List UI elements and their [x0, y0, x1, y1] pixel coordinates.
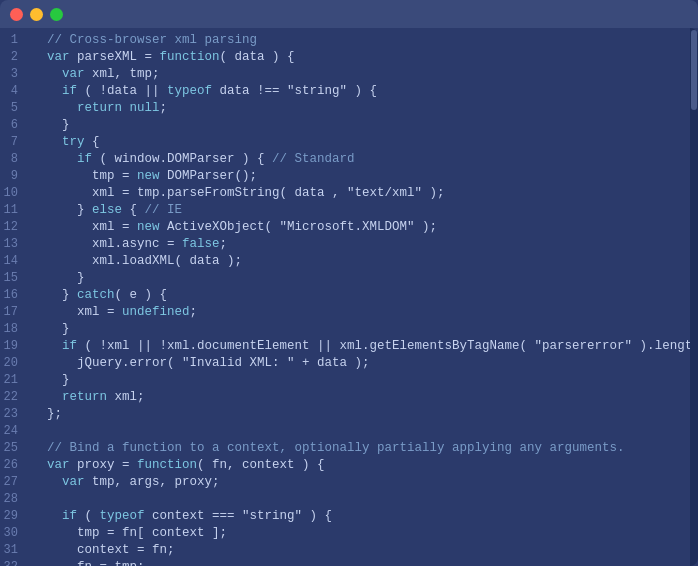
line-number: 26	[0, 457, 32, 474]
line-content: xml.async = false;	[32, 236, 698, 253]
line-number: 31	[0, 542, 32, 559]
line-content: fn = tmp;	[32, 559, 698, 566]
line-content: return xml;	[32, 389, 698, 406]
line-number: 21	[0, 372, 32, 389]
line-content: var proxy = function( fn, context ) {	[32, 457, 698, 474]
table-row: 19 if ( !xml || !xml.documentElement || …	[0, 338, 698, 355]
line-content: var tmp, args, proxy;	[32, 474, 698, 491]
line-content: context = fn;	[32, 542, 698, 559]
table-row: 26 var proxy = function( fn, context ) {	[0, 457, 698, 474]
close-button[interactable]	[10, 8, 23, 21]
scrollbar[interactable]	[690, 28, 698, 566]
line-number: 11	[0, 202, 32, 219]
scrollbar-thumb[interactable]	[691, 30, 697, 110]
table-row: 4 if ( !data || typeof data !== "string"…	[0, 83, 698, 100]
table-row: 9 tmp = new DOMParser();	[0, 168, 698, 185]
line-number: 19	[0, 338, 32, 355]
table-row: 6 }	[0, 117, 698, 134]
line-number: 18	[0, 321, 32, 338]
table-row: 28	[0, 491, 698, 508]
line-number: 10	[0, 185, 32, 202]
code-editor: 1 // Cross-browser xml parsing2 var pars…	[0, 28, 698, 566]
line-number: 7	[0, 134, 32, 151]
line-content: // Bind a function to a context, optiona…	[32, 440, 698, 457]
line-number: 29	[0, 508, 32, 525]
line-content: jQuery.error( "Invalid XML: " + data );	[32, 355, 698, 372]
table-row: 27 var tmp, args, proxy;	[0, 474, 698, 491]
table-row: 5 return null;	[0, 100, 698, 117]
table-row: 3 var xml, tmp;	[0, 66, 698, 83]
table-row: 22 return xml;	[0, 389, 698, 406]
line-number: 5	[0, 100, 32, 117]
line-number: 9	[0, 168, 32, 185]
line-number: 2	[0, 49, 32, 66]
line-content: xml = undefined;	[32, 304, 698, 321]
table-row: 21 }	[0, 372, 698, 389]
line-number: 13	[0, 236, 32, 253]
line-number: 27	[0, 474, 32, 491]
line-number: 28	[0, 491, 32, 508]
line-content: xml = tmp.parseFromString( data , "text/…	[32, 185, 698, 202]
line-content: }	[32, 321, 698, 338]
line-content: try {	[32, 134, 698, 151]
table-row: 31 context = fn;	[0, 542, 698, 559]
line-content: xml.loadXML( data );	[32, 253, 698, 270]
line-number: 3	[0, 66, 32, 83]
table-row: 17 xml = undefined;	[0, 304, 698, 321]
table-row: 24	[0, 423, 698, 440]
line-content: }	[32, 270, 698, 287]
table-row: 23 };	[0, 406, 698, 423]
line-content: if ( typeof context === "string" ) {	[32, 508, 698, 525]
table-row: 30 tmp = fn[ context ];	[0, 525, 698, 542]
table-row: 2 var parseXML = function( data ) {	[0, 49, 698, 66]
line-number: 15	[0, 270, 32, 287]
line-content: if ( window.DOMParser ) { // Standard	[32, 151, 698, 168]
table-row: 16 } catch( e ) {	[0, 287, 698, 304]
line-content: if ( !data || typeof data !== "string" )…	[32, 83, 698, 100]
line-number: 24	[0, 423, 32, 440]
table-row: 1 // Cross-browser xml parsing	[0, 32, 698, 49]
line-content: tmp = fn[ context ];	[32, 525, 698, 542]
line-number: 4	[0, 83, 32, 100]
line-number: 14	[0, 253, 32, 270]
table-row: 12 xml = new ActiveXObject( "Microsoft.X…	[0, 219, 698, 236]
line-content: if ( !xml || !xml.documentElement || xml…	[32, 338, 698, 355]
minimize-button[interactable]	[30, 8, 43, 21]
table-row: 7 try {	[0, 134, 698, 151]
line-content: };	[32, 406, 698, 423]
line-number: 1	[0, 32, 32, 49]
line-content: var parseXML = function( data ) {	[32, 49, 698, 66]
window: 1 // Cross-browser xml parsing2 var pars…	[0, 0, 698, 566]
table-row: 29 if ( typeof context === "string" ) {	[0, 508, 698, 525]
line-number: 20	[0, 355, 32, 372]
line-content: xml = new ActiveXObject( "Microsoft.XMLD…	[32, 219, 698, 236]
line-number: 23	[0, 406, 32, 423]
line-content: }	[32, 117, 698, 134]
titlebar	[0, 0, 698, 28]
line-number: 16	[0, 287, 32, 304]
table-row: 25 // Bind a function to a context, opti…	[0, 440, 698, 457]
table-row: 11 } else { // IE	[0, 202, 698, 219]
line-number: 32	[0, 559, 32, 566]
line-content: var xml, tmp;	[32, 66, 698, 83]
table-row: 20 jQuery.error( "Invalid XML: " + data …	[0, 355, 698, 372]
line-number: 12	[0, 219, 32, 236]
line-content: tmp = new DOMParser();	[32, 168, 698, 185]
line-number: 17	[0, 304, 32, 321]
line-number: 8	[0, 151, 32, 168]
table-row: 8 if ( window.DOMParser ) { // Standard	[0, 151, 698, 168]
table-row: 32 fn = tmp;	[0, 559, 698, 566]
table-row: 14 xml.loadXML( data );	[0, 253, 698, 270]
line-content: } else { // IE	[32, 202, 698, 219]
line-number: 6	[0, 117, 32, 134]
line-number: 30	[0, 525, 32, 542]
line-content: } catch( e ) {	[32, 287, 698, 304]
maximize-button[interactable]	[50, 8, 63, 21]
line-content: // Cross-browser xml parsing	[32, 32, 698, 49]
table-row: 18 }	[0, 321, 698, 338]
line-content: return null;	[32, 100, 698, 117]
line-content: }	[32, 372, 698, 389]
line-number: 22	[0, 389, 32, 406]
table-row: 13 xml.async = false;	[0, 236, 698, 253]
table-row: 10 xml = tmp.parseFromString( data , "te…	[0, 185, 698, 202]
